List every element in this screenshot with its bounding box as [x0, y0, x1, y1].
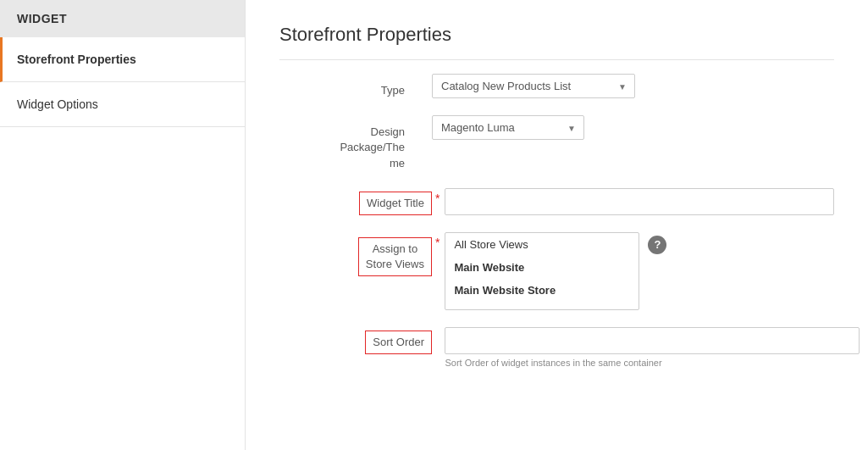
store-views-container: All Store Views Main Website Main Websit…	[445, 232, 666, 310]
design-label: DesignPackage/Theme	[269, 119, 422, 171]
store-view-all: All Store Views	[445, 233, 639, 256]
store-views-listbox[interactable]: All Store Views Main Website Main Websit…	[445, 232, 639, 310]
widget-title-required-star: *	[435, 188, 440, 205]
type-select-wrapper: Catalog New Products List ▼	[432, 74, 635, 98]
sort-order-input[interactable]	[445, 327, 860, 354]
sort-order-row: Sort Order * Sort Order of widget instan…	[279, 327, 834, 368]
design-select[interactable]: Magento Luma	[432, 115, 584, 140]
main-content: Storefront Properties Type Catalog New P…	[246, 0, 868, 450]
sort-order-label-box: Sort Order	[365, 331, 432, 354]
type-select[interactable]: Catalog New Products List	[432, 74, 635, 98]
sidebar-item-storefront-properties[interactable]: Storefront Properties	[0, 37, 245, 82]
page-title: Storefront Properties	[279, 24, 834, 60]
design-select-wrapper: Magento Luma ▼	[432, 115, 584, 140]
widget-title-input[interactable]	[445, 188, 834, 215]
store-view-main-website: Main Website	[445, 256, 639, 279]
store-views-row: Assign toStore Views * All Store Views M…	[279, 232, 834, 310]
assign-store-views-label-box: Assign toStore Views	[358, 237, 432, 276]
widget-title-label-box: Widget Title	[359, 192, 432, 215]
widget-title-row: Widget Title *	[279, 188, 834, 215]
store-views-required-star: *	[435, 232, 440, 249]
store-views-help-icon[interactable]: ?	[648, 236, 666, 254]
type-row: Type Catalog New Products List ▼	[279, 74, 834, 98]
sort-order-hint: Sort Order of widget instances in the sa…	[445, 358, 860, 368]
sort-order-field-group: Sort Order of widget instances in the sa…	[445, 327, 860, 368]
sidebar-item-widget-options[interactable]: Widget Options	[0, 82, 245, 127]
design-row: DesignPackage/Theme Magento Luma ▼	[279, 115, 834, 171]
sidebar: WIDGET Storefront Properties Widget Opti…	[0, 0, 246, 450]
store-view-main-website-store: Main Website Store	[445, 279, 639, 302]
type-label: Type	[269, 77, 422, 98]
sidebar-header: WIDGET	[0, 0, 245, 37]
